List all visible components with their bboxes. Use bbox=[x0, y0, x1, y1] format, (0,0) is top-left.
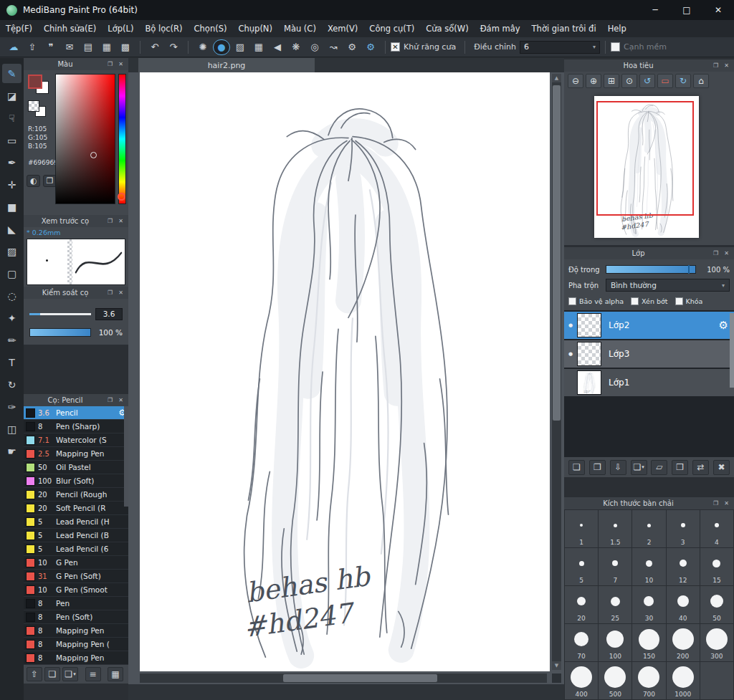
brush-size-option[interactable]: 1.5 bbox=[599, 510, 631, 547]
antialias-checkbox[interactable]: ✕ bbox=[391, 42, 400, 52]
menu-item-11[interactable]: Đám mây bbox=[475, 20, 526, 37]
horizontal-scroll-thumb[interactable] bbox=[283, 674, 437, 682]
close-icon[interactable]: ✕ bbox=[116, 216, 125, 226]
brush-list-item[interactable]: 5Lead Pencil (6 bbox=[24, 542, 128, 556]
close-icon[interactable]: ✕ bbox=[722, 249, 731, 258]
pattern-icon[interactable]: ▦ bbox=[250, 39, 267, 55]
ring-icon[interactable]: ◎ bbox=[306, 39, 323, 55]
brush-tool[interactable]: ✎ bbox=[2, 64, 22, 83]
brush-list-item[interactable]: 8Pen (Soft) bbox=[24, 610, 128, 624]
close-icon[interactable]: ✕ bbox=[116, 288, 125, 297]
brush-list-item[interactable]: 5Lead Pencil (H bbox=[24, 515, 128, 529]
slider-handle[interactable] bbox=[688, 265, 690, 274]
brush-list-item[interactable]: 10G Pen (Smoot bbox=[24, 583, 128, 597]
brush-size-option[interactable]: 20 bbox=[565, 586, 598, 623]
menu-item-4[interactable]: Bộ lọc(R) bbox=[139, 20, 188, 37]
folder-icon[interactable]: ▱ bbox=[651, 460, 667, 475]
popout-icon[interactable]: ❐ bbox=[105, 59, 115, 69]
close-button[interactable]: ✕ bbox=[702, 0, 734, 20]
foreground-color-swatch[interactable] bbox=[28, 75, 42, 89]
brush-size-option[interactable]: 700 bbox=[632, 662, 665, 699]
rotate-tool[interactable]: ↻ bbox=[2, 375, 22, 394]
close-icon[interactable]: ✕ bbox=[116, 395, 125, 405]
popout-icon[interactable]: ❐ bbox=[711, 249, 720, 258]
brush-circle-icon[interactable]: ● bbox=[213, 39, 230, 55]
snowflake-icon[interactable]: ❋ bbox=[287, 39, 305, 55]
brush-size-option[interactable]: 30 bbox=[632, 586, 665, 623]
scroll-up-icon[interactable]: ▲ bbox=[552, 74, 561, 82]
brush-list-item[interactable]: 20Soft Pencil (R bbox=[24, 502, 128, 515]
close-icon[interactable]: ✕ bbox=[116, 59, 125, 69]
tone-icon[interactable]: ▨ bbox=[232, 39, 249, 55]
menu-item-8[interactable]: Xem(V) bbox=[322, 20, 363, 37]
curve-icon[interactable]: ↝ bbox=[325, 39, 342, 55]
hand-tool[interactable]: ☛ bbox=[2, 441, 22, 461]
brush-size-option[interactable]: 200 bbox=[667, 624, 700, 661]
chevron-down-icon[interactable]: ▾ bbox=[593, 44, 596, 50]
magic-wand-tool[interactable]: ✦ bbox=[2, 308, 22, 327]
brush-list-item[interactable]: 50Oil Pastel bbox=[24, 461, 128, 474]
minimize-button[interactable]: ─ bbox=[639, 0, 671, 20]
maximize-button[interactable]: □ bbox=[671, 0, 702, 20]
menu-item-9[interactable]: Công cụ(T) bbox=[363, 20, 420, 37]
brush-size-value[interactable]: 3.6 bbox=[95, 308, 123, 320]
brush-size-option[interactable]: 15 bbox=[700, 548, 733, 585]
color-wheel-icon[interactable]: ◐ bbox=[27, 175, 40, 187]
brush-size-option[interactable]: 40 bbox=[667, 586, 700, 623]
export-icon[interactable]: ⇧ bbox=[24, 39, 41, 55]
popout-icon[interactable]: ❐ bbox=[105, 288, 115, 297]
convert-layer-icon[interactable]: ⇄ bbox=[692, 460, 709, 475]
adjust-input[interactable]: 6 ▾ bbox=[520, 41, 600, 54]
undo-icon[interactable]: ↶ bbox=[146, 39, 163, 55]
brush-size-option[interactable]: 500 bbox=[599, 662, 631, 699]
brush-list-item[interactable]: 8Pen bbox=[24, 597, 128, 610]
redo-icon[interactable]: ↷ bbox=[165, 39, 182, 55]
brush-size-option[interactable]: 300 bbox=[700, 624, 733, 661]
popout-icon[interactable]: ❐ bbox=[105, 216, 115, 226]
brush-size-option[interactable]: 12 bbox=[667, 548, 700, 585]
pen-tool[interactable]: ✒ bbox=[2, 153, 22, 172]
reset-frame-icon[interactable]: ▭ bbox=[657, 74, 673, 88]
brush-size-option[interactable]: 10 bbox=[632, 548, 665, 585]
lasso-tool[interactable]: ◌ bbox=[2, 286, 22, 305]
brush-size-option[interactable]: 150 bbox=[632, 624, 665, 661]
select-tool[interactable]: ▢ bbox=[2, 264, 22, 283]
brush-list-item[interactable]: 20Pencil (Rough bbox=[24, 488, 128, 502]
color-marker[interactable] bbox=[90, 152, 97, 158]
gradient-tool[interactable]: ▨ bbox=[2, 241, 22, 261]
popout-icon[interactable]: ❐ bbox=[711, 61, 720, 70]
comment-icon[interactable]: ❞ bbox=[42, 39, 59, 55]
layer-row[interactable]: ●Lớp3 bbox=[564, 340, 734, 368]
brush-list-item[interactable]: 31G Pen (Soft) bbox=[24, 570, 128, 583]
zoom-out-icon[interactable]: ⊖ bbox=[568, 74, 583, 88]
soft-edge-checkbox[interactable] bbox=[611, 42, 620, 52]
menu-item-1[interactable]: Tệp(F) bbox=[0, 20, 38, 37]
canvas[interactable] bbox=[140, 72, 550, 671]
menu-item-12[interactable]: Thời gian trôi đi bbox=[526, 20, 602, 37]
brush-list-item[interactable]: 5Lead Pencil (B bbox=[24, 529, 128, 542]
add-brush-icon[interactable]: ⇧ bbox=[27, 667, 42, 681]
zoom-100-icon[interactable]: ⊙ bbox=[621, 74, 637, 88]
rotate-ccw-icon[interactable]: ↺ bbox=[639, 74, 655, 88]
menu-item-6[interactable]: Chụp(N) bbox=[232, 20, 277, 37]
brush-size-option[interactable]: 2 bbox=[632, 510, 665, 547]
menu-item-2[interactable]: Chỉnh sửa(E) bbox=[38, 20, 102, 37]
fit-screen-icon[interactable]: ⊞ bbox=[604, 74, 619, 88]
brush-list-item[interactable]: 3.6Pencil⚙ bbox=[24, 406, 128, 420]
brush-size-option[interactable]: 50 bbox=[700, 586, 733, 623]
brush-list-item[interactable]: 8Mapping Pen bbox=[24, 624, 128, 638]
vertical-scrollbar[interactable]: ▲ ▼ bbox=[552, 74, 561, 670]
eyedropper-tool[interactable]: ✑ bbox=[2, 397, 22, 416]
transparent-color-swatch[interactable] bbox=[28, 100, 39, 112]
delete-layer-icon[interactable]: ✖ bbox=[713, 460, 730, 475]
divide-tool[interactable]: ◫ bbox=[2, 419, 22, 438]
layer-row[interactable]: ●Lớp2⚙ bbox=[564, 312, 734, 339]
blend-mode-select[interactable]: Bình thường ▾ bbox=[606, 279, 730, 292]
brush-list-item[interactable]: 8Mapping Pen ( bbox=[24, 638, 128, 651]
vertical-scroll-thumb[interactable] bbox=[553, 85, 561, 421]
settings-gear-icon[interactable]: ⚙ bbox=[362, 39, 379, 55]
brush-opacity-slider[interactable] bbox=[29, 328, 91, 337]
brush-list-item[interactable]: 2.5Mapping Pen bbox=[24, 447, 128, 461]
clipping-checkbox[interactable] bbox=[631, 297, 639, 305]
close-icon[interactable]: ✕ bbox=[722, 499, 731, 508]
